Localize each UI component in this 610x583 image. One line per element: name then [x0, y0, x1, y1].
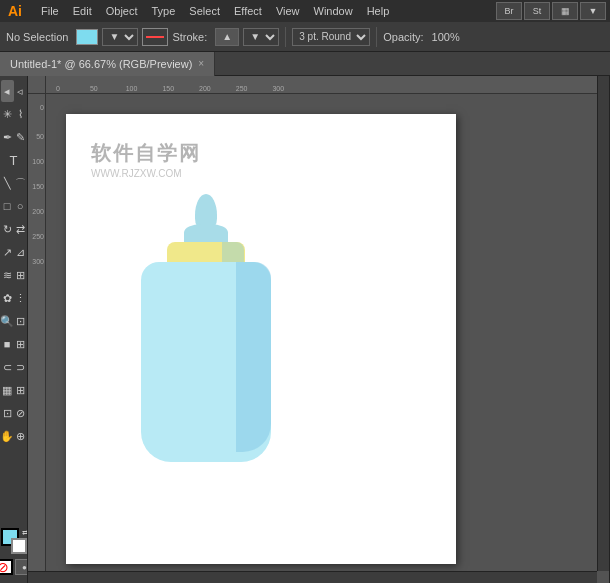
shape-tools: □ ○ — [1, 195, 27, 217]
tab-bar: Untitled-1* @ 66.67% (RGB/Preview) × — [0, 52, 610, 76]
reflect-tool[interactable]: ⇄ — [14, 218, 27, 240]
hand-tool[interactable]: ✋ — [1, 425, 14, 447]
ruler-tick-h: 0 — [56, 85, 60, 92]
left-toolbar: ◂ ◃ ✳ ⌇ ✒ ✎ T ╲ ⌒ □ ○ ↻ ⇄ ↗ ⊿ ≋ ⊞ — [0, 76, 28, 583]
watermark-main-text: 软件自学网 — [91, 139, 201, 167]
expand-icon[interactable]: ▼ — [580, 2, 606, 20]
horizontal-ruler: 0 50 100 150 200 250 300 — [46, 76, 597, 94]
menu-type[interactable]: Type — [145, 3, 183, 19]
ruler-corner — [28, 76, 46, 94]
grid-icon[interactable]: ▦ — [552, 2, 578, 20]
document-tab[interactable]: Untitled-1* @ 66.67% (RGB/Preview) × — [0, 52, 215, 76]
ruler-tick-v5: 200 — [32, 208, 44, 215]
slice-tool[interactable]: ⊞ — [14, 379, 27, 401]
arc-tool[interactable]: ⌒ — [14, 172, 27, 194]
menu-edit[interactable]: Edit — [66, 3, 99, 19]
ruler-tick-h4: 150 — [162, 85, 174, 92]
none-fill-icon[interactable]: ⊘ — [0, 559, 13, 575]
main-layout: ◂ ◃ ✳ ⌇ ✒ ✎ T ╲ ⌒ □ ○ ↻ ⇄ ↗ ⊿ ≋ ⊞ — [0, 76, 610, 583]
gradient-tool[interactable]: ■ — [1, 333, 14, 355]
ruler-tick-v7: 300 — [32, 258, 44, 265]
selection-tools: ◂ ◃ — [1, 80, 27, 102]
chart-tools: ▦ ⊞ — [1, 379, 27, 401]
menu-right-icons: Br St ▦ ▼ — [496, 2, 606, 20]
blend-tools: ⊂ ⊃ — [1, 356, 27, 378]
menu-view[interactable]: View — [269, 3, 307, 19]
free-transform-tool[interactable]: ⊞ — [14, 264, 27, 286]
stroke-icon — [142, 28, 168, 46]
column-graph-tool[interactable]: ⋮ — [14, 287, 27, 309]
zoom-tool[interactable]: ⊕ — [14, 425, 27, 447]
line-tool[interactable]: ╲ — [1, 172, 14, 194]
warp-tools: ≋ ⊞ — [1, 264, 27, 286]
stroke-dropdown[interactable]: ▼ — [243, 28, 279, 46]
magic-wand-tool[interactable]: ✳ — [1, 103, 14, 125]
direct-selection-tool[interactable]: ◃ — [14, 80, 27, 102]
eyedropper-tools: 🔍 ⊡ — [1, 310, 27, 332]
artboard: 软件自学网 WWW.RJZXW.COM — [66, 114, 456, 564]
ruler-tick-h3: 100 — [126, 85, 138, 92]
baby-bottle-illustration — [126, 194, 286, 504]
paint-bucket-tool[interactable]: ⊡ — [14, 310, 27, 332]
canvas-area: 0 50 100 150 200 250 300 0 50 100 150 20… — [28, 76, 609, 583]
image-trace-tool[interactable]: ⊃ — [14, 356, 27, 378]
eraser-tool[interactable]: ⊘ — [14, 402, 27, 424]
br-icon[interactable]: Br — [496, 2, 522, 20]
rectangle-tool[interactable]: □ — [1, 195, 14, 217]
menu-file[interactable]: File — [34, 3, 66, 19]
background-color[interactable] — [11, 538, 27, 554]
ellipse-tool[interactable]: ○ — [14, 195, 27, 217]
ruler-tick-h2: 50 — [90, 85, 98, 92]
menu-object[interactable]: Object — [99, 3, 145, 19]
fill-dropdown[interactable]: ▼ — [102, 28, 138, 46]
transform-tools: ↻ ⇄ — [1, 218, 27, 240]
stroke-up-btn[interactable]: ▲ — [215, 28, 239, 46]
pen-tools: ✒ ✎ — [1, 126, 27, 148]
ruler-tick-v3: 100 — [32, 158, 44, 165]
symbol-sprayer-tool[interactable]: ✿ — [1, 287, 14, 309]
scale-tools: ↗ ⊿ — [1, 241, 27, 263]
toolbar-sep-2 — [376, 27, 377, 47]
menu-select[interactable]: Select — [182, 3, 227, 19]
ruler-tick-h5: 200 — [199, 85, 211, 92]
ruler-tick-v4: 150 — [32, 183, 44, 190]
watermark-sub-text: WWW.RJZXW.COM — [91, 167, 201, 181]
warp-tool[interactable]: ≋ — [1, 264, 14, 286]
scale-tool[interactable]: ↗ — [1, 241, 14, 263]
stroke-label: Stroke: — [172, 31, 207, 43]
stroke-style-dropdown[interactable]: 3 pt. Round — [292, 28, 370, 46]
document-canvas[interactable]: 软件自学网 WWW.RJZXW.COM — [46, 94, 597, 571]
gradient-tools: ■ ⊞ — [1, 333, 27, 355]
menu-effect[interactable]: Effect — [227, 3, 269, 19]
navigate-tools: ✋ ⊕ — [1, 425, 27, 447]
rotate-tool[interactable]: ↻ — [1, 218, 14, 240]
tab-close-btn[interactable]: × — [198, 58, 204, 69]
watermark: 软件自学网 WWW.RJZXW.COM — [91, 139, 201, 181]
selection-tool[interactable]: ◂ — [1, 80, 14, 102]
ruler-tick-v: 0 — [40, 104, 44, 111]
eyedropper-tool[interactable]: 🔍 — [1, 310, 14, 332]
fill-color-swatch[interactable] — [76, 29, 98, 45]
color-mode-icon[interactable]: ● — [15, 559, 29, 575]
pen-tool[interactable]: ✒ — [1, 126, 14, 148]
mesh-tool[interactable]: ⊞ — [14, 333, 27, 355]
type-tool[interactable]: T — [1, 149, 27, 171]
add-anchor-tool[interactable]: ✎ — [14, 126, 27, 148]
shear-tool[interactable]: ⊿ — [14, 241, 27, 263]
ruler-tick-h6: 250 — [236, 85, 248, 92]
st-icon[interactable]: St — [524, 2, 550, 20]
opacity-label: Opacity: — [383, 31, 423, 43]
horizontal-scrollbar[interactable] — [28, 571, 597, 583]
vertical-scrollbar[interactable] — [597, 76, 609, 571]
lasso-tool[interactable]: ⌇ — [14, 103, 27, 125]
menu-help[interactable]: Help — [360, 3, 397, 19]
menu-window[interactable]: Window — [307, 3, 360, 19]
chart-tool[interactable]: ▦ — [1, 379, 14, 401]
vertical-ruler: 0 50 100 150 200 250 300 — [28, 94, 46, 571]
menu-bar: Ai File Edit Object Type Select Effect V… — [0, 0, 610, 22]
artboard-tool[interactable]: ⊡ — [1, 402, 14, 424]
options-toolbar: No Selection ▼ Stroke: ▲ ▼ 3 pt. Round O… — [0, 22, 610, 52]
opacity-value: 100% — [432, 31, 460, 43]
blend-tool[interactable]: ⊂ — [1, 356, 14, 378]
artboard-tools: ⊡ ⊘ — [1, 402, 27, 424]
